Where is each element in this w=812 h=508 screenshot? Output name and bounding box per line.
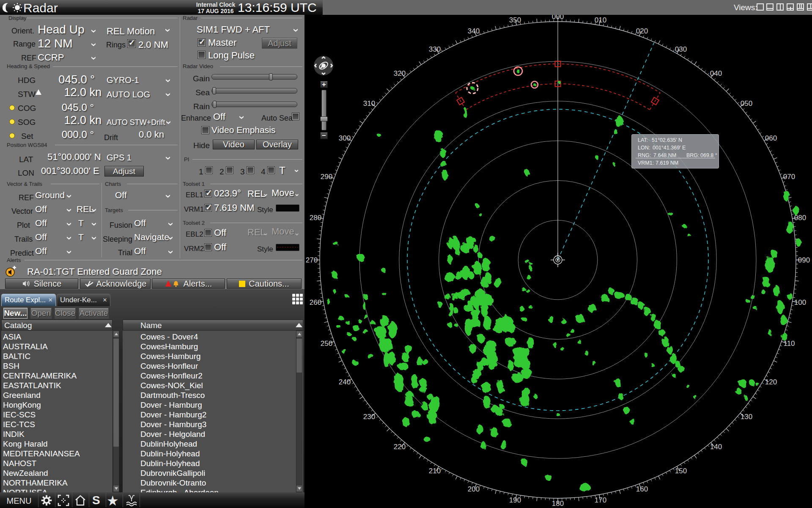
svg-text:240: 240	[339, 378, 351, 386]
svg-text:340: 340	[468, 27, 480, 35]
svg-text:110: 110	[783, 340, 795, 348]
svg-text:060: 060	[765, 134, 777, 142]
svg-text:150: 150	[675, 467, 687, 475]
svg-text:260: 260	[310, 298, 321, 306]
svg-text:250: 250	[321, 340, 332, 348]
svg-text:190: 190	[509, 496, 521, 504]
svg-text:180: 180	[552, 500, 564, 508]
svg-text:350: 350	[509, 16, 521, 24]
svg-text:030: 030	[675, 45, 687, 53]
svg-text:140: 140	[710, 443, 722, 451]
svg-text:280: 280	[310, 214, 321, 222]
svg-text:220: 220	[394, 443, 406, 451]
svg-text:040: 040	[710, 69, 722, 77]
svg-text:270: 270	[306, 256, 318, 264]
svg-text:210: 210	[429, 467, 441, 475]
svg-text:020: 020	[636, 27, 648, 35]
svg-text:120: 120	[765, 378, 777, 386]
svg-text:290: 290	[321, 173, 332, 181]
svg-text:230: 230	[363, 413, 375, 421]
svg-text:200: 200	[468, 485, 480, 493]
svg-text:320: 320	[394, 69, 406, 77]
svg-text:310: 310	[363, 99, 375, 108]
svg-text:000: 000	[552, 15, 564, 21]
svg-text:100: 100	[794, 298, 806, 306]
svg-text:330: 330	[429, 45, 441, 53]
svg-text:130: 130	[741, 413, 752, 421]
svg-text:050: 050	[741, 99, 752, 108]
svg-text:160: 160	[636, 485, 648, 493]
svg-text:090: 090	[798, 256, 810, 264]
svg-text:010: 010	[595, 16, 606, 24]
svg-text:070: 070	[783, 173, 795, 181]
svg-text:170: 170	[595, 496, 606, 504]
svg-text:300: 300	[339, 134, 351, 142]
